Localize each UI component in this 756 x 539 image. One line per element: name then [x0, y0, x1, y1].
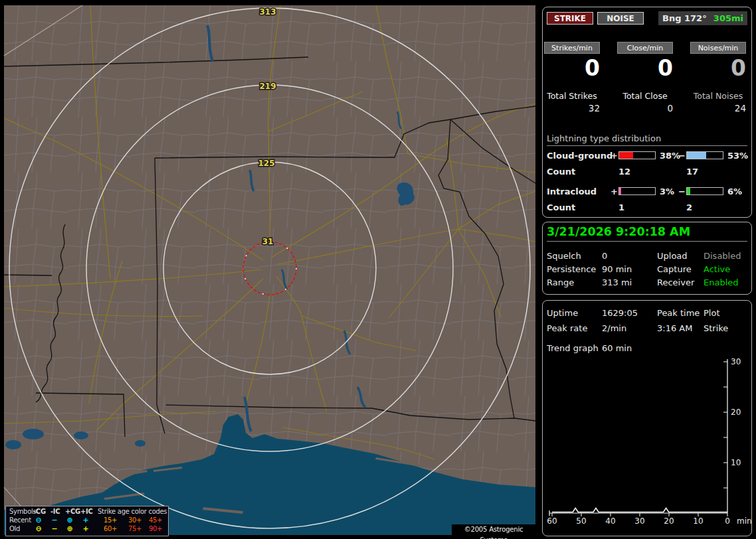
legend-old-label: Old — [9, 525, 20, 532]
recent-neg-cg-icon: ⊖ — [31, 516, 46, 524]
recent-pos-cg-icon: ⊕ — [62, 516, 77, 524]
cloud-ground-label: Cloud-ground — [547, 151, 613, 161]
receiver-status: Enabled — [704, 277, 739, 287]
trend-graph-label: Trend graph — [547, 343, 599, 353]
svg-text:min: min — [737, 516, 752, 526]
age-90: 90+ — [149, 525, 162, 532]
status-panel: 3/21/2026 9:20:18 AM Squelch 0 Upload Di… — [542, 222, 752, 295]
close-counter-column: Close/min 0 Total Close 0 — [617, 42, 673, 121]
status-row: Range 313 mi Receiver Enabled — [543, 277, 753, 289]
strikes-per-min-button[interactable]: Strikes/min — [544, 42, 600, 54]
capture-label: Capture — [657, 264, 692, 274]
peak-rate-label: Peak rate — [547, 323, 587, 333]
bearing-range-value: 305mi — [713, 11, 743, 25]
map-canvas[interactable]: 313 219 125 31 — [4, 5, 535, 535]
symbol-legend: Symbols -CG -IC +CG +IC Strike age color… — [5, 506, 169, 536]
old-neg-ic-icon: − — [47, 524, 62, 533]
legend-col-pos-ic: +IC — [80, 508, 93, 515]
legend-age-title: Strike age color codes — [98, 508, 164, 515]
noises-per-min-value: 0 — [690, 55, 746, 82]
datetime-display: 3/21/2026 9:20:18 AM — [547, 225, 747, 242]
cloud-ground-plus-bar — [618, 151, 656, 159]
svg-text:50: 50 — [576, 516, 586, 526]
strike-counter-panel: STRIKE NOISE 305mi Bng 172° Strikes/min … — [542, 7, 752, 218]
axis-ticks — [552, 362, 727, 516]
minus-sign: − — [678, 187, 686, 196]
trend-graph-row: Trend graph 60 min — [543, 343, 753, 355]
stats-row: Uptime 1629:05 Peak time Plot — [543, 308, 753, 320]
svg-text:20: 20 — [664, 516, 674, 526]
persistence-value: 90 min — [602, 264, 632, 274]
cloud-ground-row: Cloud-ground + 38% − 53% — [547, 151, 749, 161]
svg-text:10: 10 — [693, 516, 703, 526]
old-neg-cg-icon: ⊖ — [31, 524, 46, 533]
ring-label-31: 31 — [262, 237, 274, 246]
strike-rate-line — [552, 508, 727, 512]
intracloud-count-row: Count 1 2 — [547, 202, 749, 213]
strikes-per-min-value: 0 — [544, 55, 600, 82]
plot-mode-value: Strike — [704, 323, 728, 333]
total-strikes-value: 32 — [544, 103, 600, 114]
cloud-ground-plus-count: 12 — [618, 167, 630, 177]
old-pos-ic-icon: + — [78, 524, 93, 533]
close-per-min-value: 0 — [617, 55, 673, 82]
svg-text:0: 0 — [725, 516, 730, 526]
nexstorm-window: { "header": { "strike_button": "STRIKE",… — [0, 0, 756, 539]
age-30: 30+ — [128, 516, 142, 524]
intracloud-label: Intracloud — [547, 187, 597, 196]
squelch-label: Squelch — [547, 251, 581, 261]
upload-status: Disabled — [704, 251, 741, 261]
axis-labels: 6050403020100min102030 — [547, 357, 751, 526]
trend-window-value: 60 min — [602, 343, 632, 353]
svg-text:40: 40 — [605, 516, 615, 526]
ring-label-125: 125 — [258, 159, 274, 168]
status-row: Persistence 90 min Capture Active — [543, 264, 753, 276]
range-label: Range — [547, 277, 574, 287]
recent-neg-ic-icon: − — [47, 516, 62, 524]
age-15: 15+ — [104, 516, 117, 524]
svg-text:10: 10 — [731, 458, 741, 467]
noises-per-min-button[interactable]: Noises/min — [690, 42, 746, 54]
svg-text:30: 30 — [731, 357, 741, 366]
old-pos-cg-icon: ⊕ — [62, 524, 77, 533]
plot-label: Plot — [704, 308, 720, 318]
intracloud-plus-count: 1 — [618, 202, 624, 212]
strike-mode-button[interactable]: STRIKE — [547, 12, 593, 25]
intracloud-row: Intracloud + 3% − 6% — [547, 187, 749, 197]
noise-mode-button[interactable]: NOISE — [597, 12, 644, 25]
ring-label-313: 313 — [259, 7, 276, 17]
copyright-notice: ©2005 Astrogenic Systems — [452, 524, 535, 535]
total-noises-label: Total Noises — [690, 91, 746, 101]
count-label: Count — [547, 167, 575, 177]
legend-symbols-title: Symbols — [9, 508, 36, 515]
noises-counter-column: Noises/min 0 Total Noises 24 — [690, 42, 746, 121]
svg-text:20: 20 — [731, 408, 741, 417]
minus-sign: − — [678, 151, 686, 161]
svg-text:60: 60 — [547, 516, 557, 526]
intracloud-minus-count: 2 — [686, 202, 692, 212]
age-75: 75+ — [128, 525, 142, 532]
persistence-label: Persistence — [547, 264, 596, 274]
lightning-map[interactable]: 313 219 125 31 — [4, 5, 535, 535]
total-close-value: 0 — [617, 103, 673, 114]
legend-col-neg-cg: -CG — [33, 508, 46, 515]
receiver-label: Receiver — [657, 277, 694, 287]
stats-row: Peak rate 2/min 3:16 AM Strike — [543, 323, 753, 335]
peak-time-value: 3:16 AM — [657, 323, 692, 333]
trend-panel: Uptime 1629:05 Peak time Plot Peak rate … — [542, 300, 752, 536]
plus-sign: + — [611, 187, 618, 196]
age-45: 45+ — [149, 516, 162, 524]
age-60: 60+ — [104, 525, 117, 532]
legend-col-neg-ic: -IC — [50, 508, 60, 515]
intracloud-plus-pct: 3% — [660, 187, 674, 196]
cloud-ground-minus-bar — [686, 151, 723, 159]
plus-sign: + — [611, 151, 618, 161]
intracloud-minus-pct: 6% — [727, 187, 742, 196]
total-strikes-label: Total Strikes — [544, 91, 600, 101]
ring-label-219: 219 — [259, 82, 276, 91]
intracloud-minus-bar — [686, 187, 723, 195]
count-label: Count — [547, 202, 575, 212]
uptime-label: Uptime — [547, 308, 578, 318]
close-per-min-button[interactable]: Close/min — [617, 42, 673, 54]
cloud-ground-plus-pct: 38% — [660, 151, 680, 161]
